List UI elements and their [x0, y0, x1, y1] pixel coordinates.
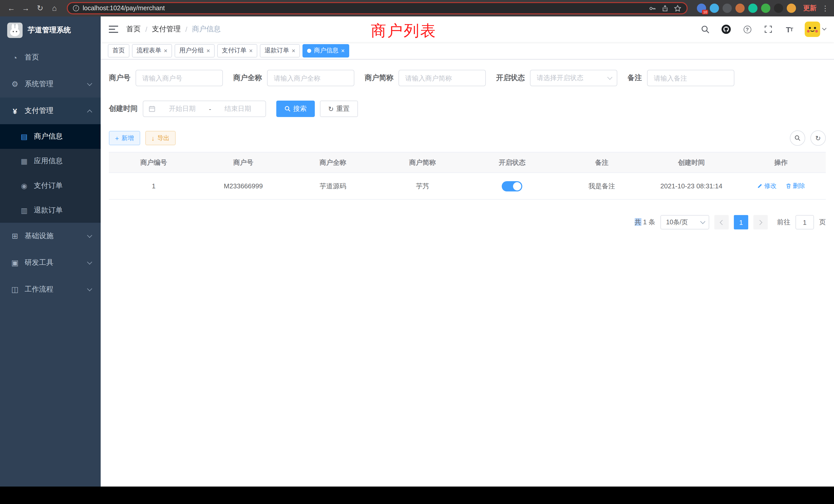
cell-create-time: 2021-10-23 08:31:14: [646, 182, 736, 190]
refresh-table-button[interactable]: ↻: [810, 130, 826, 146]
reset-button[interactable]: ↻ 重置: [320, 100, 358, 117]
sidebar-item-app-info[interactable]: ▦ 应用信息: [0, 149, 101, 174]
close-icon[interactable]: ×: [292, 47, 295, 54]
search-button[interactable]: 搜索: [276, 100, 315, 117]
close-icon[interactable]: ×: [206, 47, 210, 54]
address-bar[interactable]: i localhost:1024/pay/merchant: [67, 2, 688, 14]
cell-short-name: 芋艿: [378, 181, 467, 191]
add-button[interactable]: + 新增: [109, 131, 140, 145]
breadcrumb-home[interactable]: 首页: [126, 25, 141, 34]
help-icon[interactable]: ?: [742, 24, 753, 35]
user-avatar[interactable]: [805, 22, 820, 37]
extension-icon[interactable]: [736, 4, 745, 13]
browser-forward-icon[interactable]: →: [20, 0, 32, 17]
toggle-search-button[interactable]: [790, 130, 805, 146]
bookmark-star-icon[interactable]: [674, 4, 681, 12]
profile-avatar[interactable]: [787, 4, 796, 13]
sidebar-item-system[interactable]: ⚙ 系统管理: [0, 71, 101, 97]
page-size-value: 10条/页: [666, 218, 701, 227]
page-size-select[interactable]: 10条/页: [660, 215, 709, 229]
gear-icon: ⚙: [10, 79, 20, 89]
tab-label: 退款订单: [264, 46, 289, 55]
font-size-icon[interactable]: TT: [784, 24, 795, 35]
user-menu[interactable]: [805, 22, 826, 37]
card-icon: ▤: [20, 132, 29, 141]
sidebar-item-workflow[interactable]: ◫ 工作流程: [0, 276, 101, 303]
reset-button-label: 重置: [336, 104, 350, 113]
tab-process-form[interactable]: 流程表单 ×: [132, 44, 172, 57]
sidebar-item-pay-orders[interactable]: ◉ 支付订单: [0, 174, 101, 198]
next-page-button[interactable]: [753, 215, 768, 229]
status-select[interactable]: 请选择开启状态: [530, 70, 617, 86]
tab-refund-orders[interactable]: 退款订单 ×: [260, 44, 300, 57]
full-name-input[interactable]: [267, 70, 354, 86]
status-label: 开启状态: [496, 73, 525, 83]
browser-home-icon[interactable]: ⌂: [48, 0, 61, 17]
chevron-down-icon: [87, 233, 92, 238]
sidebar-item-home[interactable]: ◔ 首页: [0, 44, 101, 71]
app-title: 芋道管理系统: [28, 26, 71, 35]
sidebar-item-payment[interactable]: ¥ 支付管理: [0, 97, 101, 124]
merchant-no-input[interactable]: [136, 70, 223, 86]
extension-icon[interactable]: [748, 4, 758, 13]
extension-icon[interactable]: [723, 4, 732, 13]
header-search-icon[interactable]: [699, 24, 711, 35]
browser-menu-icon[interactable]: ⋮: [822, 4, 829, 12]
date-end-placeholder: 结束日期: [215, 104, 260, 113]
url-text[interactable]: localhost:1024/pay/merchant: [83, 5, 644, 12]
password-key-icon[interactable]: [649, 4, 656, 12]
col-header: 备注: [557, 158, 646, 167]
sidebar-item-merchant-info[interactable]: ▤ 商户信息: [0, 124, 101, 149]
sidebar-logo[interactable]: 芋道管理系统: [0, 17, 101, 44]
sidebar-item-label: 退款订单: [34, 206, 63, 215]
cell-full-name: 芋道源码: [288, 181, 378, 191]
chrome-update-button[interactable]: 更新: [803, 4, 816, 13]
col-header: 开启状态: [467, 158, 557, 167]
short-name-input[interactable]: [398, 70, 486, 86]
site-info-icon[interactable]: i: [73, 5, 79, 11]
extension-icon[interactable]: [761, 4, 770, 13]
share-icon[interactable]: [661, 4, 668, 12]
goto-page-input[interactable]: [795, 215, 814, 229]
export-button[interactable]: ↓ 导出: [145, 131, 176, 145]
table-header-row: 商户编号 商户号 商户全称 商户简称 开启状态 备注 创建时间 操作: [109, 153, 826, 173]
github-icon[interactable]: [721, 24, 732, 35]
create-time-range-picker[interactable]: 开始日期 - 结束日期: [143, 100, 266, 117]
browser-reload-icon[interactable]: ↻: [34, 0, 46, 17]
close-icon[interactable]: ×: [164, 47, 168, 54]
remark-input[interactable]: [647, 70, 734, 86]
sidebar-item-label: 首页: [25, 53, 91, 62]
fullscreen-icon[interactable]: [763, 24, 774, 35]
sidebar-item-refund-orders[interactable]: ▥ 退款订单: [0, 198, 101, 223]
target-icon: ◉: [20, 182, 29, 190]
tab-user-group[interactable]: 用户分组 ×: [175, 44, 215, 57]
breadcrumb-payment[interactable]: 支付管理: [152, 25, 181, 34]
sidebar-item-label: 系统管理: [25, 79, 88, 89]
extension-badge: 10: [702, 10, 708, 14]
status-toggle[interactable]: [502, 181, 523, 191]
delete-link[interactable]: 删除: [786, 182, 805, 190]
monitor-icon: ⊞: [10, 231, 20, 241]
extension-icon[interactable]: 10: [697, 4, 706, 13]
full-name-label: 商户全称: [233, 73, 262, 83]
browser-back-icon[interactable]: ←: [5, 0, 18, 17]
chevron-down-icon: [87, 81, 92, 86]
sidebar-item-label: 支付订单: [34, 181, 63, 190]
edit-link[interactable]: 修改: [757, 182, 776, 190]
extension-icon[interactable]: [710, 4, 719, 13]
tab-pay-orders[interactable]: 支付订单 ×: [217, 44, 257, 57]
tab-merchant-info[interactable]: 商户信息 ×: [303, 44, 349, 57]
active-dot: [307, 48, 311, 53]
tab-home[interactable]: 首页: [108, 44, 129, 57]
current-page[interactable]: 1: [734, 215, 748, 229]
table-row: 1 M233666999 芋道源码 芋艿 我是备注 2021-10-23 08:…: [109, 173, 826, 200]
table-toolbar: + 新增 ↓ 导出 ↻: [109, 130, 826, 146]
grid-icon: ▦: [20, 157, 29, 165]
sidebar-item-infrastructure[interactable]: ⊞ 基础设施: [0, 223, 101, 249]
extension-icon[interactable]: [774, 4, 783, 13]
sidebar-item-devtools[interactable]: ▣ 研发工具: [0, 249, 101, 276]
prev-page-button[interactable]: [714, 215, 729, 229]
close-icon[interactable]: ×: [341, 47, 345, 54]
sidebar-toggle-icon[interactable]: [109, 26, 118, 33]
close-icon[interactable]: ×: [249, 47, 253, 54]
